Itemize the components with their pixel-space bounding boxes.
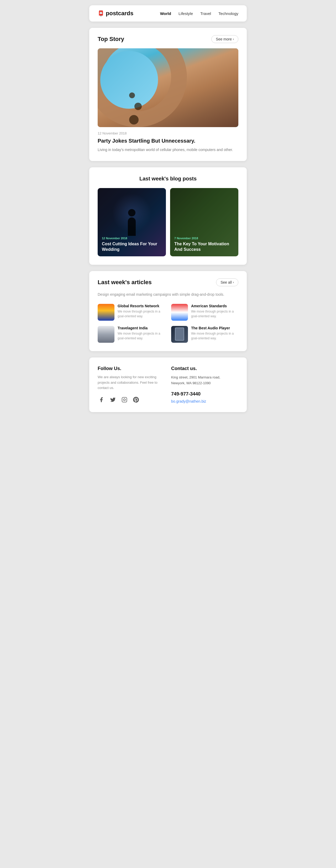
article-item-american-standards-content: American Standards We move through proje… bbox=[191, 304, 238, 318]
nav-link-lifestyle[interactable]: Lifestyle bbox=[178, 11, 193, 16]
blog-post-2-content: 7 November 2018 The Key To Your Motivati… bbox=[170, 232, 238, 256]
articles-description: Design engaging email marketing campaign… bbox=[98, 291, 238, 297]
contact-title: Contact us. bbox=[171, 366, 238, 371]
blog-post-2-date: 7 November 2018 bbox=[174, 237, 234, 240]
see-all-label: See all bbox=[221, 280, 232, 284]
blog-post-1-date: 12 November 2018 bbox=[102, 237, 162, 240]
nav-bar: 📮 postcards World Lifestyle Travel Techn… bbox=[89, 5, 247, 22]
arch-dot-2 bbox=[134, 103, 142, 110]
article-item-best-audio-player-title: The Best Audio Player bbox=[191, 326, 238, 330]
blog-posts-section: Last week's blog posts 12 November 2018 … bbox=[89, 167, 247, 265]
nav-links: World Lifestyle Travel Technology bbox=[160, 11, 238, 16]
articles-header: Last week's articles See all › bbox=[98, 278, 238, 286]
footer-follow: Follow Us. We are always looking for new… bbox=[98, 366, 165, 404]
blog-grid: 12 November 2018 Cost Cutting Ideas For … bbox=[98, 188, 238, 256]
footer-section: Follow Us. We are always looking for new… bbox=[89, 358, 247, 412]
facebook-icon[interactable] bbox=[98, 396, 105, 403]
footer-contact: Contact us. King street, 2901 Marmara ro… bbox=[171, 366, 238, 404]
arch-circle-inner bbox=[100, 51, 158, 109]
logo-icon: 📮 bbox=[98, 10, 104, 17]
articles-section: Last week's articles See all › Design en… bbox=[89, 271, 247, 351]
instagram-icon[interactable] bbox=[121, 396, 128, 403]
silhouette-head bbox=[128, 209, 135, 216]
hero-image[interactable] bbox=[98, 48, 238, 127]
article-thumb-best-audio-player bbox=[171, 326, 188, 343]
article-item-global-resorts[interactable]: Global Resorts Network We move through p… bbox=[98, 304, 165, 321]
tech-thumbnail bbox=[171, 326, 188, 343]
nav-link-travel[interactable]: Travel bbox=[200, 11, 211, 16]
follow-description: We are always looking for new exciting p… bbox=[98, 374, 165, 391]
blog-post-2-title: The Key To Your Motivation And Success bbox=[174, 241, 234, 252]
see-all-chevron-icon: › bbox=[233, 280, 234, 284]
blog-post-1[interactable]: 12 November 2018 Cost Cutting Ideas For … bbox=[98, 188, 166, 256]
articles-grid: Global Resorts Network We move through p… bbox=[98, 304, 238, 343]
article-date: 12 November 2018 bbox=[98, 131, 238, 135]
article-item-travelagent-india-content: Travelagent India We move through projec… bbox=[117, 326, 165, 341]
article-thumb-american-standards bbox=[171, 304, 188, 321]
chevron-right-icon: › bbox=[233, 37, 234, 41]
article-excerpt: Living in today's metropolitan world of … bbox=[98, 147, 238, 153]
article-item-global-resorts-desc: We move through projects in a goal-orien… bbox=[117, 309, 165, 318]
follow-title: Follow Us. bbox=[98, 366, 165, 371]
arch-dot-3 bbox=[129, 115, 139, 124]
landscape-thumbnail bbox=[98, 326, 114, 343]
nav-link-world[interactable]: World bbox=[160, 11, 171, 16]
article-item-global-resorts-title: Global Resorts Network bbox=[117, 304, 165, 308]
tech-device-icon bbox=[175, 328, 184, 341]
hero-image-inner bbox=[98, 48, 238, 127]
svg-rect-0 bbox=[122, 397, 127, 402]
article-item-travelagent-india-desc: We move through projects in a goal-orien… bbox=[117, 331, 165, 341]
blog-section-title: Last week's blog posts bbox=[98, 176, 238, 182]
article-title: Party Jokes Startling But Unnecessary. bbox=[98, 137, 238, 144]
article-item-global-resorts-content: Global Resorts Network We move through p… bbox=[117, 304, 165, 318]
see-all-button[interactable]: See all › bbox=[216, 278, 238, 286]
blog-post-1-title: Cost Cutting Ideas For Your Wedding bbox=[102, 241, 162, 252]
see-more-button[interactable]: See more › bbox=[211, 35, 238, 43]
article-item-best-audio-player[interactable]: The Best Audio Player We move through pr… bbox=[171, 326, 238, 343]
contact-address: King street, 2901 Marmara road,Newyork, … bbox=[171, 374, 238, 386]
article-item-best-audio-player-content: The Best Audio Player We move through pr… bbox=[191, 326, 238, 341]
flag-thumbnail bbox=[171, 304, 188, 321]
article-item-travelagent-india-title: Travelagent India bbox=[117, 326, 165, 330]
article-thumb-global-resorts bbox=[98, 304, 114, 321]
article-item-american-standards[interactable]: American Standards We move through proje… bbox=[171, 304, 238, 321]
contact-phone: 749-977-3440 bbox=[171, 391, 238, 397]
article-thumb-travelagent-india bbox=[98, 326, 114, 343]
article-item-american-standards-desc: We move through projects in a goal-orien… bbox=[191, 309, 238, 318]
article-item-best-audio-player-desc: We move through projects in a goal-orien… bbox=[191, 331, 238, 341]
top-story-title: Top Story bbox=[98, 36, 124, 42]
social-icons-group bbox=[98, 396, 165, 403]
contact-email[interactable]: bo.grady@nathen.biz bbox=[171, 399, 206, 403]
see-more-label: See more bbox=[216, 37, 232, 41]
sunset-thumbnail bbox=[98, 304, 114, 321]
twitter-icon[interactable] bbox=[109, 396, 116, 403]
logo[interactable]: 📮 postcards bbox=[98, 10, 133, 17]
logo-text: postcards bbox=[106, 10, 133, 17]
articles-section-title: Last week's articles bbox=[98, 279, 152, 286]
article-item-travelagent-india[interactable]: Travelagent India We move through projec… bbox=[98, 326, 165, 343]
pinterest-icon[interactable] bbox=[132, 396, 140, 403]
article-item-american-standards-title: American Standards bbox=[191, 304, 238, 308]
arch-dot-1 bbox=[129, 92, 135, 98]
arch-background bbox=[98, 48, 238, 127]
nav-link-technology[interactable]: Technology bbox=[219, 11, 238, 16]
blog-post-1-content: 12 November 2018 Cost Cutting Ideas For … bbox=[98, 232, 166, 256]
blog-post-2[interactable]: 7 November 2018 The Key To Your Motivati… bbox=[170, 188, 238, 256]
top-story-section: Top Story See more › 12 November 2018 Pa… bbox=[89, 28, 247, 161]
top-story-header: Top Story See more › bbox=[98, 35, 238, 43]
